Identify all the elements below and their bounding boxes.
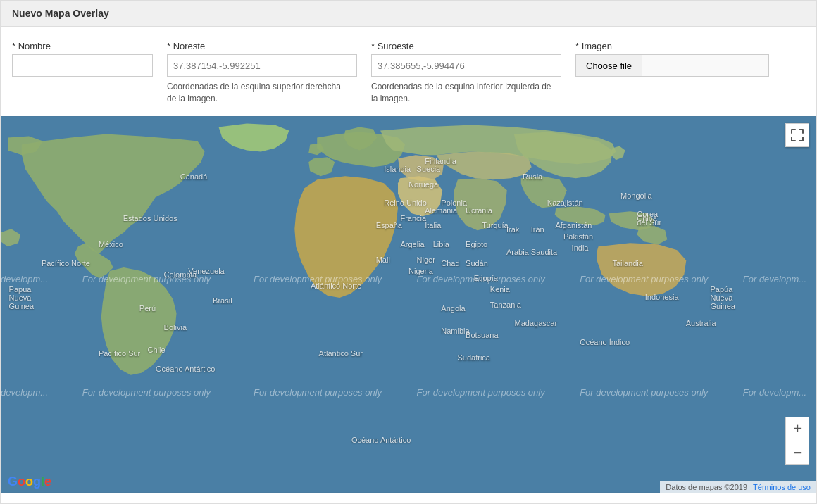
zoom-out-button[interactable]: − <box>785 441 809 465</box>
page-header: Nuevo Mapa Overlay <box>1 1 816 27</box>
nombre-group: * Nombre <box>12 41 153 77</box>
nombre-input[interactable] <box>12 54 153 77</box>
form-section: * Nombre * Noreste Coordenadas de la esq… <box>1 27 816 116</box>
noreste-group: * Noreste Coordenadas de la esquina supe… <box>167 41 357 105</box>
zoom-controls: + − <box>785 417 809 465</box>
suroeste-group: * Suroeste Coordenadas de la esquina inf… <box>371 41 561 105</box>
terminos-uso[interactable]: Términos de uso <box>753 483 811 491</box>
nombre-label: * Nombre <box>12 41 153 51</box>
map-footer: Datos de mapas ©2019 Términos de uso <box>660 481 816 493</box>
imagen-group: * Imagen Choose file <box>575 41 805 77</box>
map-overlay-controls <box>785 123 809 147</box>
map-svg <box>1 116 816 493</box>
page-container: Nuevo Mapa Overlay * Nombre * Noreste Co… <box>0 0 817 504</box>
noreste-input[interactable] <box>167 54 357 77</box>
choose-file-button[interactable]: Choose file <box>575 54 642 77</box>
fullscreen-button[interactable] <box>785 123 809 147</box>
suroeste-input[interactable] <box>371 54 561 77</box>
datos-mapas: Datos de mapas ©2019 <box>666 483 747 491</box>
google-logo: Google <box>8 474 51 489</box>
imagen-label: * Imagen <box>575 41 805 51</box>
map-container[interactable]: For developm... For development purposes… <box>1 116 816 493</box>
page-title: Nuevo Mapa Overlay <box>12 8 805 19</box>
suroeste-hint: Coordenadas de la esquina inferior izqui… <box>371 81 554 105</box>
noreste-label: * Noreste <box>167 41 357 51</box>
zoom-in-button[interactable]: + <box>785 417 809 441</box>
fullscreen-icon <box>791 129 804 141</box>
file-input-row: Choose file <box>575 54 805 77</box>
noreste-hint: Coordenadas de la esquina superior dereh… <box>167 81 350 105</box>
suroeste-label: * Suroeste <box>371 41 561 51</box>
file-name-display <box>642 54 769 77</box>
